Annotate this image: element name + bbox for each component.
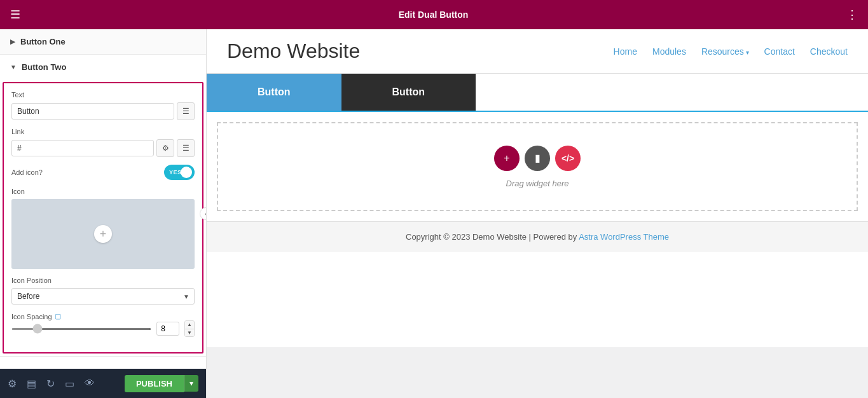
icon-label: Icon xyxy=(11,188,195,195)
history-icon[interactable]: ↻ xyxy=(46,378,55,390)
site-header: Demo Website Home Modules Resources Cont… xyxy=(207,29,868,74)
settings-icon[interactable]: ⚙ xyxy=(8,378,17,390)
add-widget-btn[interactable]: + xyxy=(494,146,520,171)
page-title: Edit Dual Button xyxy=(399,10,469,20)
button-one-section: ▶ Button One xyxy=(0,29,206,55)
spinner-up-btn[interactable]: ▲ xyxy=(185,321,194,329)
chevron-right-icon: ▶ xyxy=(10,38,15,45)
icon-picker[interactable]: + xyxy=(11,199,195,269)
eye-icon[interactable]: 👁 xyxy=(85,378,95,389)
grid-icon[interactable]: ⋮ xyxy=(846,8,858,22)
icon-position-row: Icon Position Before After ▼ xyxy=(11,277,195,305)
monitor-icon: ▢ xyxy=(55,312,61,320)
toggle-yes-label: YES xyxy=(169,169,182,175)
text-label: Text xyxy=(11,91,195,99)
dual-buttons-preview: Button Button xyxy=(207,74,868,112)
responsive-icon[interactable]: ▭ xyxy=(65,378,74,390)
icon-field-row: Icon + xyxy=(11,188,195,269)
add-icon-toggle[interactable]: YES xyxy=(164,165,195,180)
bottom-toolbar: ⚙ ▤ ↻ ▭ 👁 PUBLISH ▾ xyxy=(0,369,206,398)
footer-link[interactable]: Astra WordPress Theme xyxy=(579,232,669,242)
sidebar: ▶ Button One ▼ Button Two Text ☰ xyxy=(0,29,207,398)
top-bar: ☰ Edit Dual Button ⋮ xyxy=(0,0,868,29)
button-two-preview[interactable]: Button xyxy=(341,74,476,111)
add-icon-label: Add icon? xyxy=(11,168,43,176)
button-two-content: Text ☰ Link ⚙ ☰ Ad xyxy=(3,82,203,353)
slider-row: ▲ ▼ xyxy=(11,320,195,337)
drop-text: Drag widget here xyxy=(506,179,569,188)
icon-spacing-row: Icon Spacing ▢ ▲ ▼ xyxy=(11,312,195,337)
add-icon-row: Add icon? YES xyxy=(11,165,195,180)
icon-picker-plus-icon: + xyxy=(94,225,112,243)
site-logo: Demo Website xyxy=(227,39,360,63)
icon-spacing-label: Icon Spacing xyxy=(11,313,52,320)
icon-position-label: Icon Position xyxy=(11,277,195,284)
publish-button-group: PUBLISH ▾ xyxy=(125,375,198,392)
icon-spacing-label-row: Icon Spacing ▢ xyxy=(11,312,195,320)
content-area: Demo Website Home Modules Resources Cont… xyxy=(207,29,868,398)
button-two-label: Button Two xyxy=(22,62,67,72)
link-options-icon[interactable]: ☰ xyxy=(177,139,195,157)
publish-arrow-button[interactable]: ▾ xyxy=(184,375,198,392)
nav-checkout[interactable]: Checkout xyxy=(810,46,848,57)
icon-position-select[interactable]: Before After xyxy=(11,288,195,305)
nav-resources[interactable]: Resources xyxy=(701,46,749,57)
button-one-header[interactable]: ▶ Button One xyxy=(0,29,206,54)
chevron-down-icon: ▼ xyxy=(10,64,17,71)
drop-zone-actions: + ▮ </> xyxy=(494,146,581,171)
link-settings-icon[interactable]: ⚙ xyxy=(156,139,174,157)
button-two-section: ▼ Button Two Text ☰ Link xyxy=(0,55,206,357)
icon-position-select-wrap: Before After ▼ xyxy=(11,288,195,305)
text-input[interactable] xyxy=(11,103,174,120)
footer-text: Copyright © 2023 Demo Website | Powered … xyxy=(406,232,579,242)
main-layout: ▶ Button One ▼ Button Two Text ☰ xyxy=(0,29,868,398)
button-one-label: Button One xyxy=(20,37,65,46)
button-one-preview[interactable]: Button xyxy=(207,74,341,111)
elementor-btn[interactable]: </> xyxy=(555,146,581,171)
text-input-row: ☰ xyxy=(11,102,195,120)
text-options-icon[interactable]: ☰ xyxy=(177,102,195,120)
site-footer: Copyright © 2023 Demo Website | Powered … xyxy=(207,221,868,252)
drop-zone[interactable]: + ▮ </> Drag widget here xyxy=(217,122,858,211)
layers-icon[interactable]: ▤ xyxy=(27,378,36,390)
publish-button[interactable]: PUBLISH xyxy=(125,375,184,392)
spinner-buttons: ▲ ▼ xyxy=(184,320,195,337)
nav-modules[interactable]: Modules xyxy=(652,46,686,57)
hamburger-icon[interactable]: ☰ xyxy=(10,8,20,22)
link-input-row: ⚙ ☰ xyxy=(11,139,195,157)
nav-home[interactable]: Home xyxy=(614,46,637,57)
spinner-down-btn[interactable]: ▼ xyxy=(185,329,194,337)
widget-library-btn[interactable]: ▮ xyxy=(525,146,550,171)
link-input[interactable] xyxy=(11,140,154,156)
button-two-header[interactable]: ▼ Button Two xyxy=(0,55,206,79)
link-field-row: Link ⚙ ☰ xyxy=(11,128,195,157)
icon-spacing-input[interactable] xyxy=(156,322,179,336)
text-field-row: Text ☰ xyxy=(11,91,195,120)
website-preview: Demo Website Home Modules Resources Cont… xyxy=(207,29,868,347)
site-nav: Home Modules Resources Contact Checkout xyxy=(614,46,848,57)
icon-spacing-slider[interactable] xyxy=(11,328,151,330)
link-label: Link xyxy=(11,128,195,135)
nav-contact[interactable]: Contact xyxy=(764,46,795,57)
